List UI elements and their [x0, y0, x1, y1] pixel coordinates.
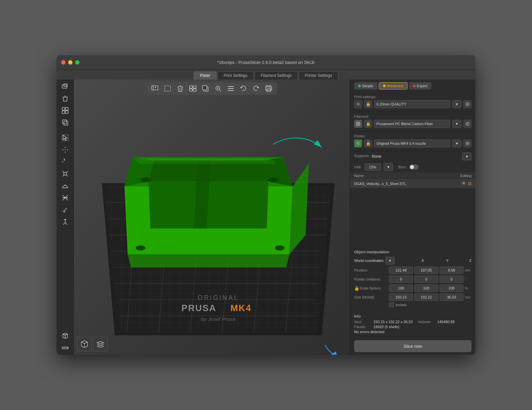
filament-dropdown[interactable]: ▾	[452, 120, 462, 128]
printer-status[interactable]	[354, 139, 362, 147]
svg-point-15	[64, 211, 65, 212]
svg-rect-23	[193, 86, 196, 88]
brim-toggle[interactable]	[409, 164, 419, 170]
inches-row: Inches	[354, 303, 471, 307]
scale-z[interactable]: 100	[440, 285, 464, 292]
infill-dropdown[interactable]: ▾	[384, 163, 393, 171]
rotate-tool[interactable]	[59, 156, 72, 167]
printer-config[interactable]	[464, 139, 471, 147]
filament-color[interactable]	[354, 120, 362, 128]
svg-point-63	[136, 245, 145, 251]
filament-lock[interactable]: 🔒	[364, 120, 372, 128]
scale-lock-icon[interactable]: 🔒	[354, 286, 359, 291]
maximize-button[interactable]	[75, 60, 79, 65]
arrange-all-button[interactable]	[188, 84, 198, 93]
delete-all-button[interactable]	[175, 84, 186, 93]
inches-checkbox[interactable]	[389, 303, 394, 307]
select-tool[interactable]	[59, 132, 72, 143]
close-button[interactable]	[61, 60, 66, 65]
add-object-tool[interactable]	[59, 81, 72, 92]
position-unit: mm	[465, 269, 471, 272]
rotate-x[interactable]: 0	[389, 276, 413, 283]
svg-rect-5	[66, 107, 68, 110]
scale-x[interactable]: 100	[389, 285, 413, 292]
supports-value-text: None	[372, 154, 381, 159]
simple-mode-button[interactable]: Simple	[354, 82, 377, 90]
tab-print-settings[interactable]: Print Settings	[217, 71, 254, 80]
redo-button[interactable]	[251, 84, 261, 93]
printer-dropdown[interactable]: ▾	[452, 139, 462, 147]
size-row: Size [World]: 150.23 102.22 36.53 mm	[354, 294, 471, 301]
rotate-row: Rotate (relative): 0 0 0 °	[354, 276, 471, 283]
main-window: *16xclips - PrusaSlicer-2.6.0-beta2 base…	[57, 55, 475, 355]
delete-tool[interactable]	[59, 93, 72, 104]
rotate-z[interactable]: 0	[440, 276, 464, 283]
svg-text:MK4: MK4	[230, 303, 251, 313]
slice-now-label: Slice now	[404, 344, 422, 349]
paint-tool[interactable]	[59, 204, 72, 215]
svg-rect-4	[62, 107, 65, 110]
move-tool[interactable]	[59, 144, 72, 155]
object-list-item[interactable]: DGAS_Velocity...s_5_Short.STL 👁 ⧉	[350, 179, 475, 188]
editing-column-header: Editing	[452, 174, 471, 178]
undo-button[interactable]	[238, 84, 249, 93]
printer-section: Printer: 🔒 Original Prusa MK4 0.4 nozzle…	[350, 131, 475, 151]
minimize-button[interactable]	[68, 60, 72, 65]
print-settings-lock[interactable]: 🔒	[364, 100, 372, 108]
print-settings-dropdown[interactable]: ▾	[452, 100, 462, 108]
object-eye-icon[interactable]: 👁	[462, 181, 466, 186]
info-section: Info Size: 150.23 x 102.22 x 36.53 Volum…	[350, 311, 475, 337]
position-x[interactable]: 131.48	[389, 267, 413, 274]
scale-tool[interactable]	[59, 168, 72, 179]
world-coords-label: World coordinates	[354, 259, 383, 263]
print-settings-gear[interactable]: ⚙	[354, 100, 362, 108]
copy-tool[interactable]	[59, 117, 72, 128]
errors-text: No errors detected	[354, 330, 384, 334]
advanced-mode-button[interactable]: Advanced	[379, 82, 408, 90]
simple-dot	[358, 85, 361, 87]
zoom-in-button[interactable]	[213, 84, 223, 93]
infill-value[interactable]: 15%	[364, 163, 381, 171]
layers-view-button[interactable]	[93, 337, 108, 351]
size-z[interactable]: 36.53	[440, 294, 464, 301]
printer-lock[interactable]: 🔒	[364, 139, 372, 147]
place-on-face-tool[interactable]	[59, 180, 72, 191]
cut-tool[interactable]	[59, 192, 72, 203]
tab-printer-settings[interactable]: Printer Settings	[299, 71, 338, 80]
z-header: Z	[469, 259, 471, 263]
world-coords-dropdown[interactable]: ▾	[385, 257, 395, 265]
copy-all-button[interactable]	[200, 84, 211, 93]
ruler-tool[interactable]	[59, 342, 72, 353]
select-all-button[interactable]	[162, 84, 173, 93]
expert-mode-button[interactable]: Expert	[409, 82, 432, 90]
print-settings-config[interactable]	[464, 100, 471, 108]
3d-view-button[interactable]	[77, 337, 92, 351]
tab-filament-settings[interactable]: Filament Settings	[254, 71, 298, 80]
facets-info-key: Facets:	[354, 325, 371, 329]
supports-dropdown[interactable]: ▾	[462, 152, 471, 160]
viewport[interactable]: ORIGINAL PRUSA MK4 by Josef Prusa	[74, 80, 350, 355]
rotate-y[interactable]: 0	[414, 276, 438, 283]
position-y[interactable]: 107.05	[414, 267, 438, 274]
position-z[interactable]: 9.59	[440, 267, 464, 274]
svg-rect-20	[178, 87, 183, 87]
facets-info-row: Facets: 19920 (5 shells)	[354, 325, 471, 329]
size-y[interactable]: 102.22	[414, 294, 438, 301]
print-button[interactable]	[263, 84, 274, 93]
brim-toggle-knob	[410, 165, 414, 169]
filament-config[interactable]	[464, 120, 471, 128]
size-x[interactable]: 150.23	[389, 294, 413, 301]
tab-plater[interactable]: Plater	[194, 71, 216, 80]
svg-rect-2	[63, 97, 68, 98]
menu-button[interactable]	[225, 84, 236, 93]
import-button[interactable]	[150, 84, 160, 93]
arrange-tool[interactable]	[59, 105, 72, 116]
slice-now-button[interactable]: Slice now	[354, 340, 471, 352]
position-fields: 131.48 107.05 9.59	[389, 267, 464, 274]
object-edit-icon[interactable]: ⧉	[468, 181, 471, 186]
3d-view-tool[interactable]	[59, 330, 72, 341]
svg-rect-25	[193, 89, 196, 91]
scale-y[interactable]: 100	[414, 285, 438, 292]
svg-rect-6	[62, 111, 65, 113]
support-tool[interactable]	[59, 216, 72, 227]
